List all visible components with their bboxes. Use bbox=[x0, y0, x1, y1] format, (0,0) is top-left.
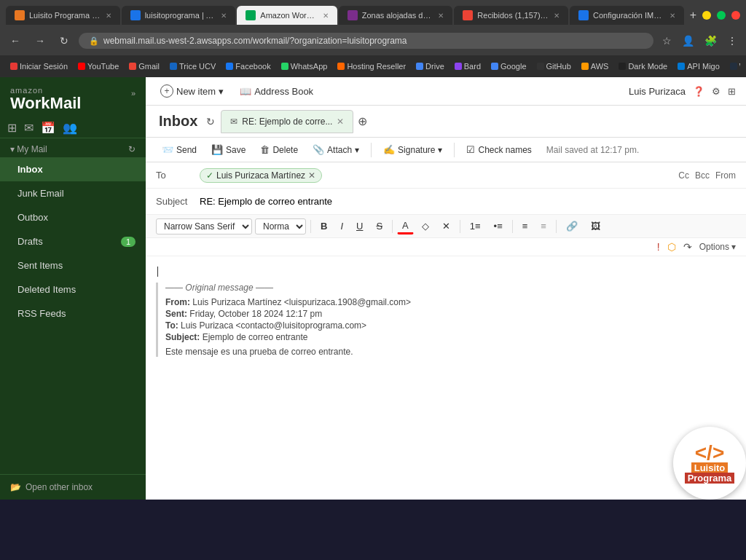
unordered-list-button[interactable]: •≡ bbox=[489, 218, 508, 234]
add-tab-button[interactable]: ⊕ bbox=[355, 111, 370, 131]
nav-contacts-icon[interactable]: 👥 bbox=[63, 121, 77, 135]
cc-button[interactable]: Cc bbox=[678, 170, 689, 181]
browser-tab-tab4[interactable]: Zonas alojadas de la cons...✕ bbox=[339, 6, 453, 25]
bookmark-icon[interactable]: ☆ bbox=[659, 33, 675, 48]
bookmark-hosting-reseller[interactable]: Hosting Reseller bbox=[333, 60, 410, 72]
tab-close-tab3[interactable]: ✕ bbox=[323, 12, 329, 20]
forward-icon[interactable]: ↷ bbox=[683, 241, 692, 253]
profile-icon[interactable]: 👤 bbox=[679, 33, 697, 48]
compose-tab-close[interactable]: ✕ bbox=[337, 117, 344, 127]
bookmark-aws[interactable]: AWS bbox=[577, 60, 613, 72]
clear-format-button[interactable]: ✕ bbox=[437, 218, 455, 234]
tab-close-tab4[interactable]: ✕ bbox=[438, 12, 444, 20]
reload-button[interactable]: ↻ bbox=[55, 32, 73, 50]
bookmark-trice-ucv[interactable]: Trice UCV bbox=[165, 60, 220, 72]
browser-tab-tab3[interactable]: Amazon WorkMail✕ bbox=[237, 6, 337, 25]
refresh-icon[interactable]: ↻ bbox=[128, 144, 136, 154]
new-item-button[interactable]: + New item ▾ bbox=[156, 82, 228, 100]
italic-button[interactable]: I bbox=[335, 218, 348, 234]
bookmark-facebook[interactable]: Facebook bbox=[221, 60, 275, 72]
options-chevron: ▾ bbox=[731, 242, 736, 252]
recipient-tag[interactable]: ✓ Luis Purizaca Martínez ✕ bbox=[200, 168, 322, 183]
bookmark-bard[interactable]: Bard bbox=[450, 60, 485, 72]
open-other-inbox-button[interactable]: 📂 Open other inbox bbox=[10, 482, 136, 492]
recipient-remove-button[interactable]: ✕ bbox=[308, 170, 315, 181]
priority-icon[interactable]: ! bbox=[657, 241, 660, 253]
image-button[interactable]: 🖼 bbox=[586, 218, 605, 234]
strikethrough-button[interactable]: S bbox=[371, 218, 388, 234]
tab-favicon-tab5 bbox=[463, 10, 473, 20]
bookmark-github[interactable]: GitHub bbox=[533, 60, 576, 72]
bookmark-youtube[interactable]: YouTube bbox=[74, 60, 123, 72]
font-color-button[interactable]: A bbox=[397, 218, 414, 234]
align-center-button[interactable]: ≡ bbox=[535, 218, 551, 234]
settings-icon[interactable]: ⚙ bbox=[712, 86, 721, 97]
signature-button[interactable]: ✍ Signature ▾ bbox=[377, 141, 448, 159]
bcc-button[interactable]: Bcc bbox=[695, 170, 710, 181]
bookmark-iniciar-sesión[interactable]: Iniciar Sesión bbox=[6, 60, 72, 72]
ordered-list-button[interactable]: 1≡ bbox=[465, 218, 486, 234]
bookmark-whatsapp[interactable]: WhatsApp bbox=[277, 60, 332, 72]
sidebar-item-sent-items[interactable]: Sent Items bbox=[0, 253, 146, 277]
subject-input[interactable] bbox=[200, 196, 736, 207]
sidebar-collapse-button[interactable]: » bbox=[131, 86, 136, 98]
sidebar-item-outbox[interactable]: Outbox bbox=[0, 205, 146, 229]
nav-grid-icon[interactable]: ⊞ bbox=[7, 121, 17, 135]
bold-button[interactable]: B bbox=[315, 218, 332, 234]
from-button[interactable]: From bbox=[715, 170, 736, 181]
browser-tab-tab5[interactable]: Recibidos (1,157) · luispu...✕ bbox=[454, 6, 568, 25]
to-field-content[interactable]: ✓ Luis Purizaca Martínez ✕ bbox=[200, 168, 678, 183]
options-button[interactable]: Options ▾ bbox=[699, 242, 736, 252]
tag-icon[interactable]: ⬡ bbox=[667, 241, 676, 253]
sidebar-item-junk-email[interactable]: Junk Email bbox=[0, 181, 146, 205]
address-book-button[interactable]: 📖 Address Book bbox=[240, 86, 313, 97]
help-icon[interactable]: ❓ bbox=[693, 86, 704, 97]
bookmark-dark-mode[interactable]: Dark Mode bbox=[614, 60, 672, 72]
menu-icon[interactable]: ⋮ bbox=[724, 33, 740, 48]
new-tab-button[interactable]: + bbox=[686, 9, 701, 22]
save-button[interactable]: 💾 Save bbox=[205, 141, 251, 159]
browser-tab-tab1[interactable]: Luisito Programa · Siemp...✕ bbox=[6, 6, 120, 25]
browser-tab-tab2[interactable]: luisitoprograma | Amazo...✕ bbox=[122, 6, 236, 25]
sidebar-item-label: Outbox bbox=[17, 212, 48, 223]
sidebar-item-drafts[interactable]: Drafts1 bbox=[0, 229, 146, 253]
browser-tab-tab6[interactable]: Configuración IMAP par...✕ bbox=[570, 6, 684, 25]
maximize-button[interactable] bbox=[717, 11, 726, 20]
inbox-refresh-button[interactable]: ↻ bbox=[206, 116, 215, 127]
sidebar-item-inbox[interactable]: Inbox bbox=[0, 157, 146, 181]
my-mail-label[interactable]: ▾ My Mail bbox=[10, 144, 47, 154]
delete-button[interactable]: 🗑 Delete bbox=[254, 141, 304, 159]
underline-button[interactable]: U bbox=[351, 218, 368, 234]
tab-close-tab2[interactable]: ✕ bbox=[221, 12, 227, 20]
nav-mail-icon[interactable]: ✉ bbox=[24, 121, 34, 135]
address-bar[interactable]: 🔒 webmail.mail.us-west-2.awsapps.com/wor… bbox=[79, 33, 653, 49]
tab-close-tab5[interactable]: ✕ bbox=[554, 12, 560, 20]
orig-subject-line: Subject: Ejemplo de correo entrante bbox=[165, 332, 736, 342]
bookmark-workmail[interactable]: Workmail bbox=[726, 60, 740, 72]
send-button[interactable]: 📨 Send bbox=[156, 141, 203, 159]
email-body[interactable]: —— Original message —— From: Luis Puriza… bbox=[146, 256, 746, 500]
close-button[interactable] bbox=[731, 11, 740, 20]
forward-button[interactable]: → bbox=[31, 32, 50, 50]
bookmark-gmail[interactable]: Gmail bbox=[125, 60, 164, 72]
check-names-button[interactable]: ☑ Check names bbox=[460, 141, 537, 159]
bookmark-drive[interactable]: Drive bbox=[412, 60, 449, 72]
bookmark-google[interactable]: Google bbox=[487, 60, 530, 72]
sidebar-item-deleted-items[interactable]: Deleted Items bbox=[0, 277, 146, 301]
minimize-button[interactable] bbox=[702, 11, 711, 20]
font-size-select[interactable]: Normal bbox=[255, 218, 306, 234]
tab-close-tab6[interactable]: ✕ bbox=[670, 12, 675, 20]
extensions-icon[interactable]: 🧩 bbox=[702, 33, 720, 48]
highlight-button[interactable]: ◇ bbox=[417, 218, 434, 234]
apps-icon[interactable]: ⊞ bbox=[728, 86, 736, 97]
sidebar-item-rss-feeds[interactable]: RSS Feeds bbox=[0, 301, 146, 326]
nav-calendar-icon[interactable]: 📅 bbox=[41, 121, 55, 135]
tab-close-tab1[interactable]: ✕ bbox=[106, 12, 111, 20]
back-button[interactable]: ← bbox=[6, 32, 25, 50]
font-family-select[interactable]: Narrow Sans Serif bbox=[156, 218, 252, 234]
link-button[interactable]: 🔗 bbox=[561, 218, 583, 234]
compose-tab[interactable]: ✉ RE: Ejemplo de corre... ✕ bbox=[221, 110, 353, 133]
align-left-button[interactable]: ≡ bbox=[517, 218, 533, 234]
bookmark-api-migo[interactable]: API Migo bbox=[673, 60, 724, 72]
attach-button[interactable]: 📎 Attach ▾ bbox=[307, 141, 365, 159]
